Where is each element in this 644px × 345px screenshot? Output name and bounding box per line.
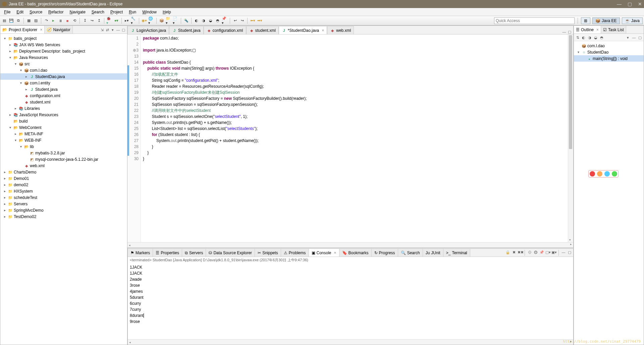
tree-item[interactable]: ▾lib xyxy=(0,143,127,150)
bottom-tab-properties[interactable]: ☰Properties xyxy=(153,249,182,257)
resume-icon[interactable]: ▸ xyxy=(50,18,56,24)
tree-item[interactable]: ▸SpringMvcDemo xyxy=(0,207,127,213)
editor-tab[interactable]: web.xml xyxy=(327,26,354,34)
tree-item[interactable]: ▸demo02 xyxy=(0,182,127,188)
tree-item[interactable]: student.xml xyxy=(0,99,127,105)
bottom-tab-terminal[interactable]: >_Terminal xyxy=(443,249,470,257)
new-package-icon[interactable]: 📦 xyxy=(159,18,165,24)
display-selected-icon[interactable]: ▢▾ xyxy=(545,250,550,255)
twisty-icon[interactable]: ▾ xyxy=(18,68,23,72)
new-file-icon[interactable]: 📄▾ xyxy=(173,18,179,24)
maximize-button[interactable]: ▢ xyxy=(628,1,632,7)
twisty-icon[interactable]: ▾ xyxy=(18,81,23,85)
clear-console-icon[interactable]: ✖ xyxy=(512,250,516,255)
remove-terminated-icon[interactable]: ✖✖ xyxy=(518,250,522,255)
code-editor[interactable]: 12⊕3131415161718192021222324252627282930… xyxy=(127,34,573,242)
tree-item[interactable]: ▸META-INF xyxy=(0,131,127,137)
perspective-java[interactable]: ☕ Java xyxy=(622,17,643,24)
terminate-icon[interactable]: ⮾ xyxy=(527,250,532,255)
menu-file[interactable]: File xyxy=(1,9,13,15)
tree-item[interactable]: ▸Student.java xyxy=(0,86,127,92)
bottom-tab-bookmarks[interactable]: 🔖Bookmarks xyxy=(339,249,372,257)
perspective-javaee[interactable]: 📦 Java EE xyxy=(592,17,620,24)
tree-item[interactable]: ▾Java Resources xyxy=(0,54,127,61)
step-into-icon[interactable]: ↧ xyxy=(82,18,88,24)
tree-item[interactable]: ▸scheduleTest xyxy=(0,194,127,201)
tree-item[interactable]: ▾WEB-INF xyxy=(0,137,127,143)
maximize-view-icon[interactable]: ▢ xyxy=(121,27,126,32)
editor-tab[interactable]: student.xml xyxy=(246,26,279,34)
tree-item[interactable]: ▸TestDemo02 xyxy=(0,213,127,220)
minimize-view-icon[interactable]: — xyxy=(116,27,120,32)
run-last-icon[interactable]: ▸▾ xyxy=(124,18,130,24)
menu-window[interactable]: Window xyxy=(140,9,159,15)
bottom-tab-progress[interactable]: ↻Progress xyxy=(372,249,398,257)
twisty-icon[interactable]: ▸ xyxy=(13,132,18,136)
twisty-icon[interactable]: ▸ xyxy=(24,75,29,78)
pin-icon[interactable]: 📌▾ xyxy=(222,18,228,24)
twisty-icon[interactable]: ▸ xyxy=(2,196,7,199)
toggle-mark-icon[interactable]: ◐ xyxy=(194,18,200,24)
bottom-tab-junit[interactable]: JuJUnit xyxy=(423,249,443,257)
minimize-bottom-icon[interactable]: — xyxy=(561,250,566,255)
close-icon[interactable]: × xyxy=(40,27,42,32)
tree-item[interactable]: ▾WebContent xyxy=(0,124,127,131)
globe-icon[interactable]: 🌐▾ xyxy=(148,18,154,24)
menu-refactor[interactable]: Refactor xyxy=(46,9,66,15)
minimize-button[interactable]: — xyxy=(617,1,622,7)
bottom-scrollbar[interactable]: ◂▸ xyxy=(128,339,573,345)
twisty-icon[interactable]: ▸ xyxy=(13,107,18,110)
menu-project[interactable]: Project xyxy=(108,9,125,15)
saveall-icon[interactable]: ⧉ xyxy=(15,18,21,24)
disconnect-icon[interactable]: ⟲ xyxy=(71,18,77,24)
editor-tab[interactable]: Student.java xyxy=(169,26,204,34)
twisty-icon[interactable]: ▾ xyxy=(8,126,12,129)
code-area[interactable]: package com.l.dao; import java.io.IOExce… xyxy=(141,34,568,242)
open-type-icon[interactable]: ▦ xyxy=(26,18,32,24)
tree-item[interactable]: build xyxy=(0,118,127,124)
menu-search[interactable]: Search xyxy=(89,9,107,15)
bottom-tab-markers[interactable]: ⚑Markers xyxy=(128,249,153,257)
minimize-view-icon[interactable]: — xyxy=(632,35,636,40)
horizontal-scrollbar[interactable]: ◂▸ xyxy=(127,242,573,248)
tree-item[interactable]: ▾batis_project xyxy=(0,35,127,42)
annotation3-icon[interactable]: ◓ xyxy=(215,18,221,24)
filter-nonpublic-icon[interactable]: ◒ xyxy=(593,35,598,40)
tab-outline[interactable]: ☰ Outline × xyxy=(574,26,601,33)
twisty-icon[interactable]: ▾ xyxy=(576,50,581,54)
bottom-tab-snippets[interactable]: ✂Snippets xyxy=(255,249,281,257)
editor-tab[interactable]: *StudentDao.java× xyxy=(279,26,327,34)
new-server-icon[interactable]: ◉▾ xyxy=(141,18,147,24)
tree-item[interactable]: mysql-connector-java-5.1.22-bin.jar xyxy=(0,156,127,162)
next-edit-icon[interactable]: ↪ xyxy=(239,18,245,24)
view-menu-icon[interactable]: ▾ xyxy=(110,27,115,32)
bottom-tab-console[interactable]: ▣Console × xyxy=(309,249,339,257)
twisty-icon[interactable]: ▸ xyxy=(2,215,7,218)
forward-icon[interactable]: ➡▾ xyxy=(257,18,263,24)
tab-navigator[interactable]: 🧭 Navigator xyxy=(45,26,72,33)
tab-tasklist[interactable]: ☑ Task List xyxy=(601,26,626,33)
project-tree[interactable]: ▾batis_project▸JAX-WS Web Services▸Deplo… xyxy=(0,34,127,345)
console-output[interactable]: 1JACK1JACK2wade3rose4james5durant6curry7… xyxy=(128,264,573,339)
maximize-view-icon[interactable]: ▢ xyxy=(638,35,642,40)
tree-item[interactable]: ▸Servers xyxy=(0,201,127,207)
tree-item[interactable]: ▸JavaScript Resources xyxy=(0,112,127,118)
vertical-scrollbar[interactable]: ▾ xyxy=(568,34,573,242)
twisty-icon[interactable]: ▸ xyxy=(8,113,12,117)
open-console-icon[interactable]: ▣▾ xyxy=(551,250,556,255)
bottom-tab-data-source-explorer[interactable]: ⛁Data Source Explorer xyxy=(206,249,255,257)
annotation2-icon[interactable]: ◒ xyxy=(208,18,214,24)
twisty-icon[interactable]: ▸ xyxy=(8,49,12,53)
view-menu-icon[interactable]: ▾ xyxy=(626,35,630,40)
open-perspective-button[interactable]: ⊞ xyxy=(581,17,590,24)
step-over-icon[interactable]: ↪ xyxy=(89,18,95,24)
tree-item[interactable]: com.l.dao xyxy=(574,43,644,49)
pause-icon[interactable]: ⏸ xyxy=(57,18,63,24)
filter-fields-icon[interactable]: ◐ xyxy=(581,35,586,40)
bottom-tab-servers[interactable]: ⧉Servers xyxy=(182,249,206,257)
back-icon[interactable]: ⬅▾ xyxy=(250,18,256,24)
scroll-thumb[interactable] xyxy=(569,35,572,149)
twisty-icon[interactable]: ▸ xyxy=(2,170,7,174)
tree-item[interactable]: ▾com.l.entity xyxy=(0,80,127,86)
new-folder-icon[interactable]: 📁▾ xyxy=(166,18,172,24)
